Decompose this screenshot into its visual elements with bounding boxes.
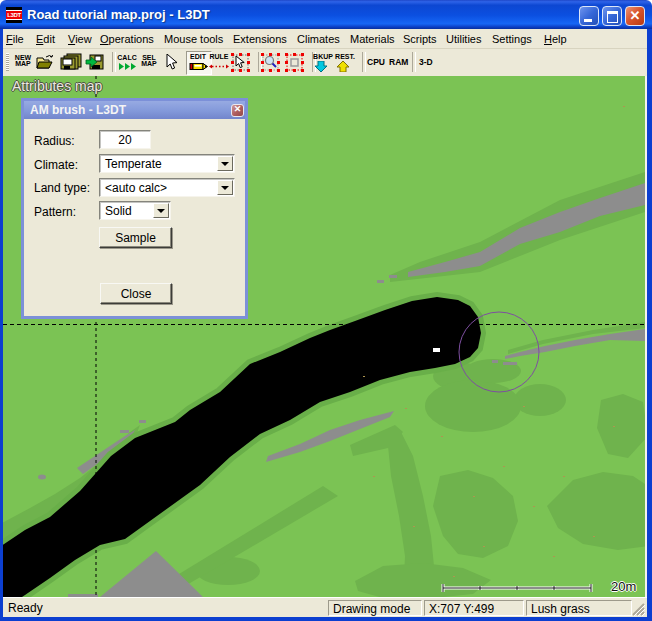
svg-text:20m: 20m	[611, 579, 636, 594]
